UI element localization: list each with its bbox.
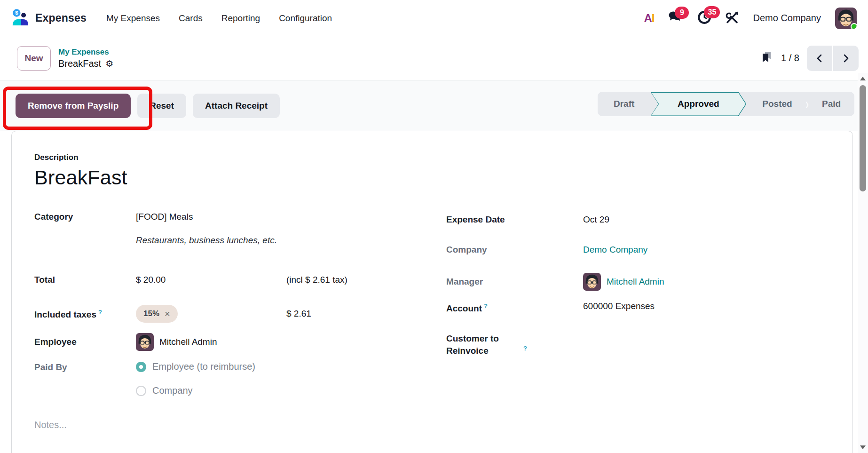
status-step-posted[interactable]: Posted — [746, 92, 808, 116]
form-status-bar: Remove from Payslip Reset Attach Receipt… — [0, 80, 858, 131]
category-hint: Restaurants, business lunches, etc. — [136, 234, 277, 246]
form-right-column: Expense Date Oct 29 Company Demo Company… — [446, 211, 834, 357]
expense-date-label: Expense Date — [446, 214, 583, 226]
customer-to-reinvoice-label: Customer to Reinvoice? — [446, 333, 583, 357]
description-label: Description — [34, 153, 834, 162]
company-switcher[interactable]: Demo Company — [753, 13, 821, 24]
ai-assistant-icon[interactable]: AI — [644, 12, 654, 25]
gear-icon[interactable]: ⚙ — [105, 59, 113, 68]
breadcrumb: My Expenses BreakFast ⚙ — [58, 48, 113, 69]
total-amount[interactable]: $ 20.00 — [136, 274, 286, 286]
manager-value-link[interactable]: Mitchell Admin — [607, 276, 664, 288]
scrollbar-up-arrow[interactable] — [860, 77, 866, 80]
remove-from-payslip-button[interactable]: Remove from Payslip — [16, 94, 131, 118]
menu-my-expenses[interactable]: My Expenses — [106, 13, 160, 24]
category-value[interactable]: [FOOD] Meals — [136, 212, 193, 222]
tax-tag[interactable]: 15% × — [136, 305, 178, 323]
activities-button[interactable]: 35 — [697, 10, 711, 26]
app-title: Expenses — [35, 12, 87, 24]
online-status-dot — [851, 23, 857, 29]
tax-tag-remove-icon[interactable]: × — [165, 309, 170, 318]
form-left-column: Category [FOOD] Meals Restaurants, busin… — [34, 211, 446, 430]
radio-company[interactable] — [136, 386, 146, 396]
form-sheet: Description BreakFast Category [FOOD] Me… — [11, 131, 853, 453]
total-label: Total — [34, 274, 136, 286]
customer-to-reinvoice-help-icon[interactable]: ? — [523, 345, 527, 352]
status-step-draft[interactable]: Draft — [598, 92, 650, 116]
tools-icon — [726, 11, 739, 26]
new-button[interactable]: New — [17, 46, 51, 71]
breadcrumb-current-title: BreakFast — [58, 58, 101, 69]
navbar-systray: AI 9 35 — [644, 0, 857, 36]
scrollbar-down-arrow[interactable] — [860, 445, 866, 449]
radio-employee-label[interactable]: Employee (to reimburse) — [152, 361, 255, 372]
attach-receipt-button[interactable]: Attach Receipt — [193, 94, 280, 118]
messages-button[interactable]: 9 — [668, 11, 683, 26]
included-taxes-amount: $ 2.61 — [286, 308, 311, 320]
breadcrumb-parent-link[interactable]: My Expenses — [58, 48, 113, 57]
account-label: Account? — [446, 300, 583, 315]
control-panel: New My Expenses BreakFast ⚙ 1 / 8 — [0, 36, 868, 80]
previous-record-button[interactable] — [807, 46, 832, 71]
account-help-icon[interactable]: ? — [484, 302, 488, 310]
app-switcher[interactable]: $ Expenses — [11, 8, 87, 28]
menu-reporting[interactable]: Reporting — [221, 13, 260, 24]
company-value-link[interactable]: Demo Company — [583, 244, 647, 256]
account-value[interactable]: 600000 Expenses — [583, 300, 655, 312]
user-avatar[interactable] — [835, 8, 857, 29]
employee-label: Employee — [34, 336, 136, 348]
company-label: Company — [446, 244, 583, 256]
expense-title[interactable]: BreakFast — [34, 166, 834, 189]
included-taxes-label: Included taxes? — [34, 306, 136, 321]
activities-counter-badge: 35 — [704, 6, 720, 18]
radio-company-label[interactable]: Company — [152, 385, 193, 396]
vertical-scrollbar[interactable] — [858, 73, 868, 453]
messages-counter-badge: 9 — [675, 7, 689, 19]
expense-date-value[interactable]: Oct 29 — [583, 214, 609, 226]
manager-label: Manager — [446, 276, 583, 288]
pager-count: 1 / 8 — [781, 53, 799, 64]
record-pager: 1 / 8 — [760, 36, 859, 80]
manager-avatar — [583, 273, 601, 291]
next-record-button[interactable] — [833, 46, 859, 71]
debug-tools-button[interactable] — [726, 11, 739, 26]
included-taxes-help-icon[interactable]: ? — [98, 309, 102, 316]
tax-tag-label: 15% — [143, 309, 159, 318]
paid-by-options: Employee (to reimburse) Company — [136, 361, 255, 396]
total-tax-note: (incl $ 2.61 tax) — [286, 274, 347, 286]
employee-value[interactable]: Mitchell Admin — [159, 336, 217, 348]
category-label: Category — [34, 211, 136, 223]
scrollbar-thumb[interactable] — [860, 85, 866, 191]
bookmark-icon[interactable] — [760, 51, 773, 66]
employee-avatar — [136, 333, 154, 351]
paid-by-label: Paid By — [34, 361, 136, 374]
radio-employee-to-reimburse[interactable] — [136, 362, 146, 372]
top-navbar: $ Expenses My Expenses Cards Reporting C… — [0, 0, 868, 36]
pipeline-statusbar: Draft Approved Posted › Paid — [598, 92, 854, 116]
notes-input[interactable]: Notes... — [34, 420, 446, 430]
reset-button[interactable]: Reset — [137, 94, 186, 118]
status-step-paid[interactable]: Paid — [806, 92, 854, 116]
status-step-approved[interactable]: Approved — [650, 92, 746, 116]
expenses-app-icon: $ — [11, 8, 29, 28]
menu-configuration[interactable]: Configuration — [279, 13, 332, 24]
menu-cards[interactable]: Cards — [179, 13, 203, 24]
svg-text:$: $ — [15, 10, 18, 16]
main-menu: My Expenses Cards Reporting Configuratio… — [106, 13, 332, 24]
